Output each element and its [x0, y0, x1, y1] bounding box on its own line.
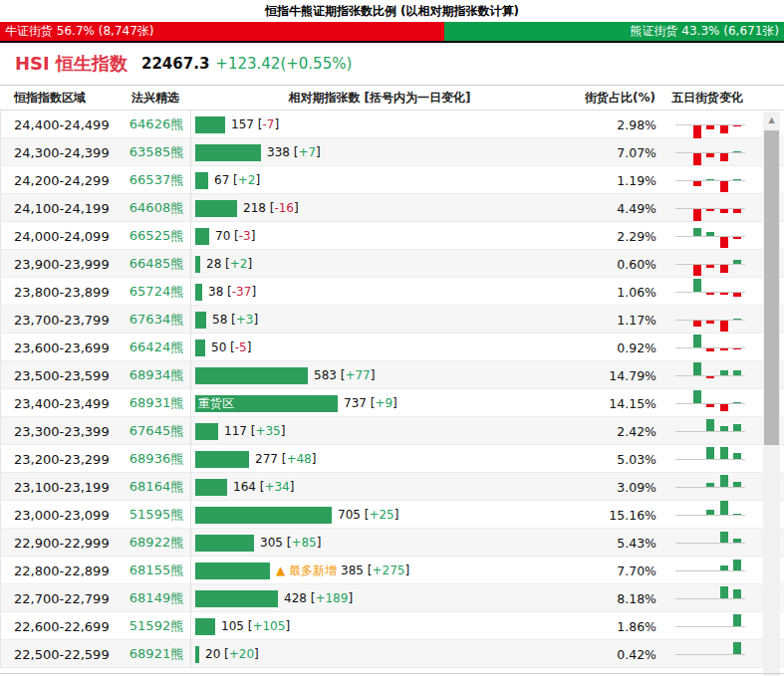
warrant-code-link[interactable]: 67645熊 [123, 422, 190, 440]
table-row[interactable]: 23,900-23,99966485熊28 [+2]0.60% [0, 250, 784, 278]
table-row[interactable]: 23,400-23,49968931熊重货区737 [+9]14.15% [0, 389, 784, 417]
warrant-code-link[interactable]: 64626熊 [123, 115, 190, 133]
relative-volume-cell: 218 [-16] [190, 194, 571, 222]
table-row[interactable]: 24,400-24,49964626熊157 [-7]2.98% [0, 111, 784, 138]
mini-chart-baseline [675, 431, 745, 432]
table-row[interactable]: 22,500-22,59968921熊20 [+20]0.42% [0, 640, 784, 668]
warrant-code-link[interactable]: 68164熊 [123, 478, 190, 496]
mini-chart-bar [733, 348, 741, 349]
mini-chart-bar [720, 404, 728, 411]
table-row[interactable]: 23,300-23,39967645熊117 [+35]2.42% [0, 417, 784, 445]
five-day-mini-chart [675, 473, 745, 501]
mini-chart-bar [720, 237, 728, 248]
five-day-mini-chart [675, 417, 745, 445]
volume-bar [195, 535, 254, 552]
mini-chart-bar [733, 589, 741, 598]
volume-value: 218 [ [243, 201, 274, 215]
table-row[interactable]: 22,800-22,89968155熊▲ 最多新增385 [+275]7.70% [0, 557, 784, 584]
warrant-code-link[interactable]: 68149熊 [123, 589, 190, 607]
warrant-code-link[interactable]: 65724熊 [123, 283, 190, 301]
five-day-mini-chart [675, 306, 745, 334]
warrant-code-link[interactable]: 68931熊 [123, 394, 190, 412]
index-range-label: 23,500-23,599 [1, 368, 123, 383]
index-range-label: 24,300-24,399 [1, 145, 123, 160]
five-day-chart-cell [658, 612, 758, 640]
warrant-code-link[interactable]: 51592熊 [123, 617, 190, 635]
index-range-label: 24,400-24,499 [1, 117, 123, 132]
oi-percentage-value: 2.98% [571, 117, 658, 132]
table-row[interactable]: 24,100-24,19964608熊218 [-16]4.49% [0, 194, 784, 222]
scrollbar-up-icon[interactable]: ▲ [763, 112, 780, 128]
volume-value: 385 [ [341, 563, 372, 577]
mini-chart-bar [693, 390, 701, 403]
warrant-code-link[interactable]: 66537熊 [123, 171, 190, 189]
index-summary: HSI 恒生指数 22467.3 +123.42(+0.55%) [0, 43, 784, 86]
five-day-chart-cell [658, 389, 758, 417]
oi-percentage-value: 15.16% [571, 508, 658, 523]
mini-chart-bar [693, 125, 701, 138]
five-day-chart-cell [658, 584, 758, 612]
five-day-mini-chart [675, 501, 745, 529]
mini-chart-bar [706, 510, 714, 515]
mini-chart-bar [706, 153, 714, 157]
warrant-code-link[interactable]: 66525熊 [123, 227, 190, 245]
five-day-chart-cell [658, 334, 758, 361]
daily-change-value: -37 [232, 285, 252, 299]
warrant-code-link[interactable]: 67634熊 [123, 311, 190, 329]
warrant-code-link[interactable]: 68934熊 [123, 366, 190, 384]
bracket-close: ] [312, 452, 317, 466]
volume-bar [195, 479, 227, 496]
volume-value: 58 [ [212, 313, 236, 327]
table-row[interactable]: 23,000-23,09951595熊705 [+25]15.16% [0, 501, 784, 529]
warrant-code-link[interactable]: 51595熊 [123, 506, 190, 524]
mini-chart-bar [720, 153, 728, 161]
table-row[interactable]: 23,200-23,29968936熊277 [+48]5.03% [0, 445, 784, 473]
table-row[interactable]: 24,300-24,39963585熊338 [+7]7.07% [0, 138, 784, 166]
mini-chart-baseline [675, 487, 745, 488]
mini-chart-bar [693, 335, 701, 347]
volume-bar [195, 618, 215, 635]
volume-value: 737 [ [344, 396, 375, 410]
mini-chart-bar [733, 560, 741, 570]
warrant-code-link[interactable]: 64608熊 [123, 199, 190, 217]
table-row[interactable]: 22,600-22,69951592熊105 [+105]1.86% [0, 612, 784, 640]
mini-chart-bar [733, 514, 741, 515]
bracket-close: ] [251, 285, 256, 299]
warrant-code-link[interactable]: 68936熊 [123, 450, 190, 468]
warrant-code-link[interactable]: 66485熊 [123, 255, 190, 273]
five-day-chart-cell [658, 222, 758, 250]
mini-chart-bar [720, 321, 728, 332]
scrollbar[interactable]: ▲ [763, 112, 780, 676]
five-day-mini-chart [675, 166, 745, 194]
table-row[interactable]: 23,800-23,89965724熊38 [-37]1.06% [0, 278, 784, 306]
relative-volume-cell: 70 [-3] [190, 222, 571, 250]
table-row[interactable]: 23,100-23,19968164熊164 [+34]3.09% [0, 473, 784, 501]
warrant-code-link[interactable]: 63585熊 [123, 143, 190, 161]
table-row[interactable]: 22,700-22,79968149熊428 [+189]8.18% [0, 584, 784, 612]
warrant-code-link[interactable]: 68155熊 [123, 562, 190, 579]
index-range-label: 23,700-23,799 [1, 313, 123, 328]
table-row[interactable]: 23,500-23,59968934熊583 [+77]14.79% [0, 361, 784, 389]
scrollbar-thumb[interactable] [764, 130, 779, 445]
relative-volume-cell: 305 [+85] [190, 529, 571, 557]
warrant-code-link[interactable]: 68922熊 [123, 534, 190, 552]
five-day-chart-cell [658, 640, 758, 668]
table-row[interactable]: 22,900-22,99968922熊305 [+85]5.43% [0, 529, 784, 557]
volume-bar [195, 144, 261, 161]
table-row[interactable]: 23,600-23,69966424熊50 [-5]0.92% [0, 334, 784, 361]
index-range-label: 24,200-24,299 [1, 173, 123, 188]
volume-value: 164 [ [233, 480, 264, 494]
table-row[interactable]: 24,200-24,29966537熊67 [+2]1.19% [0, 166, 784, 194]
table-row[interactable]: 24,000-24,09966525熊70 [-3]2.29% [0, 222, 784, 250]
relative-volume-cell: 583 [+77] [190, 361, 571, 389]
table-row[interactable]: 23,700-23,79967634熊58 [+3]1.17% [0, 306, 784, 334]
bracket-close: ] [285, 619, 290, 633]
mini-chart-baseline [675, 626, 745, 627]
daily-change-value: -7 [262, 117, 274, 131]
relative-volume-cell: 117 [+35] [190, 417, 571, 445]
warrant-code-link[interactable]: 66424熊 [123, 338, 190, 356]
warrant-code-link[interactable]: 68921熊 [123, 645, 190, 663]
volume-value: 70 [ [215, 229, 239, 243]
bear-ratio-segment: 熊证街货 43.3% (6,671张) [444, 22, 784, 41]
volume-bar [195, 228, 209, 245]
